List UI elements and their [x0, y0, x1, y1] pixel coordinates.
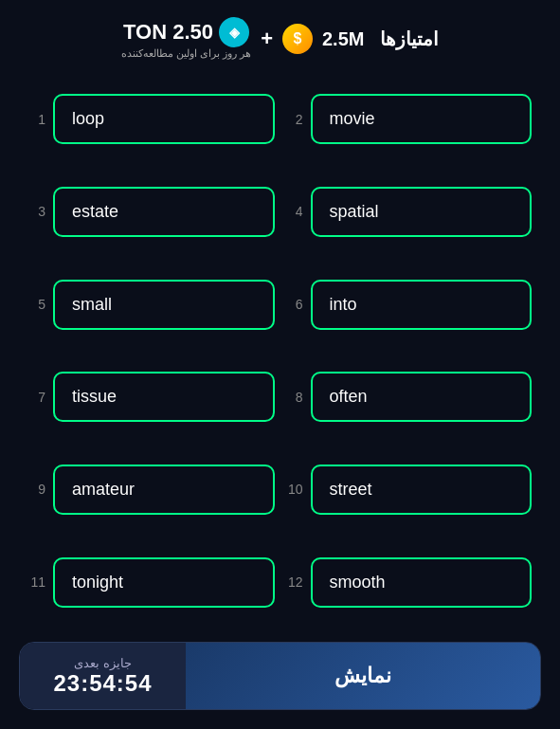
score-prefix-text: امتیازها	[380, 28, 439, 49]
ton-icon: ◈	[219, 17, 249, 47]
timer-section: جایزه بعدی 23:54:54	[20, 643, 186, 709]
word-number: 12	[286, 574, 303, 590]
word-box[interactable]: into	[311, 280, 533, 330]
word-box[interactable]: amateur	[53, 465, 275, 515]
word-item: 1loop	[28, 79, 275, 160]
word-box[interactable]: spatial	[311, 187, 533, 237]
word-item: 8often	[286, 356, 533, 438]
ton-amount-text: 2.50 TON	[123, 20, 213, 45]
score-section: امتیازها 2.5M	[322, 27, 439, 50]
bottom-inner: جایزه بعدی 23:54:54 نمایش	[19, 642, 541, 710]
score-label: امتیازها 2.5M	[322, 27, 439, 50]
word-number: 1	[28, 112, 45, 127]
word-number: 2	[286, 112, 303, 127]
score-amount-text: 2.5M	[322, 28, 364, 49]
word-item: 7tissue	[28, 356, 275, 438]
word-item: 12smooth	[286, 541, 533, 623]
header: امتیازها 2.5M $ + ◈ 2.50 TON هر روز برای…	[0, 0, 560, 69]
word-item: 5small	[28, 264, 275, 345]
ton-amount-row: ◈ 2.50 TON	[123, 17, 249, 47]
word-item: 6into	[286, 264, 533, 345]
word-item: 9amateur	[28, 449, 275, 531]
word-box[interactable]: street	[311, 465, 533, 515]
plus-separator: +	[261, 27, 273, 51]
show-button[interactable]: نمایش	[186, 643, 540, 709]
word-item: 4spatial	[286, 172, 533, 253]
word-number: 8	[286, 390, 303, 405]
coin-icon: $	[282, 24, 313, 54]
bottom-bar: جایزه بعدی 23:54:54 نمایش	[0, 632, 560, 729]
ton-section: ◈ 2.50 TON هر روز برای اولین مطالعه‌کنند…	[121, 17, 251, 60]
timer-label: جایزه بعدی	[74, 656, 132, 670]
word-item: 11tonight	[28, 541, 275, 623]
word-box[interactable]: small	[53, 280, 275, 330]
word-box[interactable]: movie	[311, 94, 533, 144]
word-number: 11	[28, 574, 45, 590]
ton-subtext: هر روز برای اولین مطالعه‌کننده	[121, 47, 251, 60]
word-number: 5	[28, 297, 45, 312]
word-box[interactable]: often	[311, 372, 533, 422]
word-item: 2movie	[286, 79, 533, 160]
word-number: 7	[28, 390, 45, 405]
word-box[interactable]: loop	[53, 94, 275, 144]
word-number: 10	[286, 482, 303, 497]
word-item: 3estate	[28, 172, 275, 253]
word-number: 4	[286, 204, 303, 219]
word-box[interactable]: estate	[53, 187, 275, 237]
word-box[interactable]: smooth	[311, 557, 533, 608]
word-box[interactable]: tonight	[53, 557, 275, 608]
timer-value: 23:54:54	[53, 670, 152, 697]
word-box[interactable]: tissue	[53, 372, 275, 422]
word-grid: 1loop2movie3estate4spatial5small6into7ti…	[0, 69, 560, 632]
word-number: 9	[28, 482, 45, 497]
word-number: 6	[286, 297, 303, 312]
word-number: 3	[28, 204, 45, 219]
word-item: 10street	[286, 449, 533, 531]
